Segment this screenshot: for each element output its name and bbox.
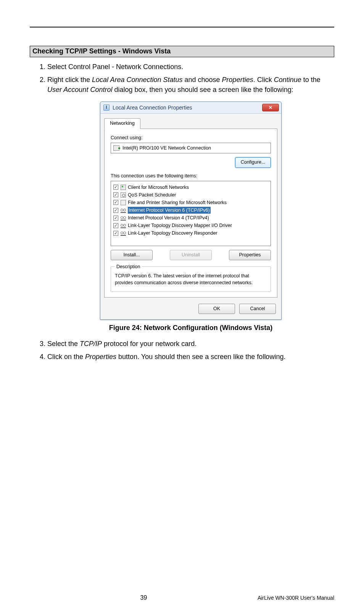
tab-networking[interactable]: Networking (104, 118, 140, 129)
checkbox-icon[interactable] (113, 216, 118, 221)
configure-button[interactable]: Configure... (235, 157, 271, 167)
item-label: Client for Microsoft Networks (128, 184, 189, 191)
step-3-text-a: Select the (47, 340, 80, 348)
item-label: QoS Packet Scheduler (128, 192, 176, 198)
step-2-text-d: to the (301, 76, 321, 84)
ok-button[interactable]: OK (198, 304, 235, 314)
close-button[interactable]: ✕ (262, 104, 279, 111)
item-row-client[interactable]: Client for Microsoft Networks (113, 184, 269, 191)
item-row-fileshare[interactable]: File and Printer Sharing for Microsoft N… (113, 199, 269, 206)
step-4-italic: Properties (85, 353, 116, 361)
instruction-list: Select Control Panel - Network Connectio… (30, 62, 334, 362)
item-row-qos[interactable]: QoS Packet Scheduler (113, 191, 269, 199)
step-2-italic-2: Properties (222, 76, 253, 84)
checkbox-icon[interactable] (113, 208, 118, 213)
protocol-icon (121, 215, 126, 221)
item-row-ipv4[interactable]: Internet Protocol Version 4 (TCP/IPv4) (113, 214, 269, 222)
figure-caption: Figure 24: Network Configuration (Window… (47, 323, 334, 333)
client-icon (121, 185, 126, 190)
items-label: This connection uses the following items… (111, 172, 271, 179)
cancel-button[interactable]: Cancel (239, 304, 276, 314)
uninstall-button[interactable]: Uninstall (170, 250, 212, 260)
step-2-text-c: . Click (253, 76, 274, 84)
adapter-field[interactable]: Intel(R) PRO/100 VE Network Connection (111, 143, 271, 153)
step-2-italic-1: Local Area Connection Status (92, 76, 182, 84)
figure-wrap: Local Area Connection Properties ✕ Netwo… (47, 101, 334, 333)
checkbox-icon[interactable] (113, 192, 118, 197)
system-icon (103, 105, 110, 111)
page-footer: 39 AirLive WN-300R User's Manual (30, 594, 334, 601)
item-label: Internet Protocol Version 4 (TCP/IPv4) (128, 214, 209, 221)
item-label: Link-Layer Topology Discovery Mapper I/O… (128, 222, 232, 229)
step-4: Click on the Properties button. You shou… (47, 352, 334, 362)
step-2: Right click the Local Area Connection St… (47, 75, 334, 333)
item-label: File and Printer Sharing for Microsoft N… (128, 199, 227, 206)
checkbox-icon[interactable] (113, 185, 118, 190)
scheduler-icon (121, 192, 126, 198)
properties-button[interactable]: Properties (229, 250, 271, 260)
step-4-text-b: button. You should then see a screen lik… (116, 353, 285, 361)
step-2-italic-3: Continue (274, 76, 301, 84)
titlebar[interactable]: Local Area Connection Properties ✕ (100, 102, 281, 113)
share-icon (121, 200, 126, 205)
checkbox-icon[interactable] (113, 200, 118, 205)
adapter-name: Intel(R) PRO/100 VE Network Connection (122, 145, 211, 151)
protocol-icon (121, 208, 126, 213)
tab-panel: Connect using: Intel(R) PRO/100 VE Netwo… (104, 129, 277, 298)
step-2-italic-4: User Account Control (47, 86, 112, 93)
page-number: 39 (30, 594, 258, 601)
install-button[interactable]: Install... (111, 250, 153, 260)
nic-icon (113, 145, 119, 151)
item-label: Link-Layer Topology Discovery Responder (128, 230, 217, 237)
step-4-text-a: Click on the (47, 353, 85, 361)
description-group: Description TCP/IP version 6. The latest… (111, 263, 271, 292)
section-heading: Checking TCP/IP Settings - Windows Vista (30, 46, 334, 57)
item-buttons-row: Install... Uninstall Properties (111, 250, 271, 260)
item-row-ipv6[interactable]: Internet Protocol Version 6 (TCP/IPv6) (113, 206, 269, 214)
protocol-icon (121, 230, 126, 236)
item-label-selected: Internet Protocol Version 6 (TCP/IPv6) (128, 207, 211, 214)
step-2-text-a: Right click the (47, 76, 92, 84)
window-body: Networking Connect using: Intel(R) PRO/1… (100, 113, 281, 319)
protocol-icon (121, 223, 126, 228)
step-3-italic: TCP/IP (80, 340, 102, 348)
step-2-text-e: dialog box, then you should see a screen… (112, 86, 293, 93)
window-title: Local Area Connection Properties (113, 104, 262, 111)
manual-title: AirLive WN-300R User's Manual (258, 595, 334, 601)
item-row-lltd-mapper[interactable]: Link-Layer Topology Discovery Mapper I/O… (113, 222, 269, 229)
item-row-lltd-responder[interactable]: Link-Layer Topology Discovery Responder (113, 229, 269, 237)
items-listbox[interactable]: Client for Microsoft Networks QoS Packet… (111, 181, 271, 246)
dialog-window: Local Area Connection Properties ✕ Netwo… (100, 101, 282, 320)
step-2-text-b: and choose (183, 76, 222, 84)
description-text: TCP/IP version 6. The latest version of … (115, 273, 253, 285)
step-3-text-b: protocol for your network card. (102, 340, 196, 348)
checkbox-icon[interactable] (113, 223, 118, 228)
description-legend: Description (115, 263, 142, 270)
checkbox-icon[interactable] (113, 231, 118, 236)
step-3: Select the TCP/IP protocol for your netw… (47, 339, 334, 349)
top-rule (30, 27, 334, 27)
dialog-footer: OK Cancel (104, 298, 277, 315)
step-1: Select Control Panel - Network Connectio… (47, 62, 334, 72)
connect-using-label: Connect using: (111, 134, 271, 141)
